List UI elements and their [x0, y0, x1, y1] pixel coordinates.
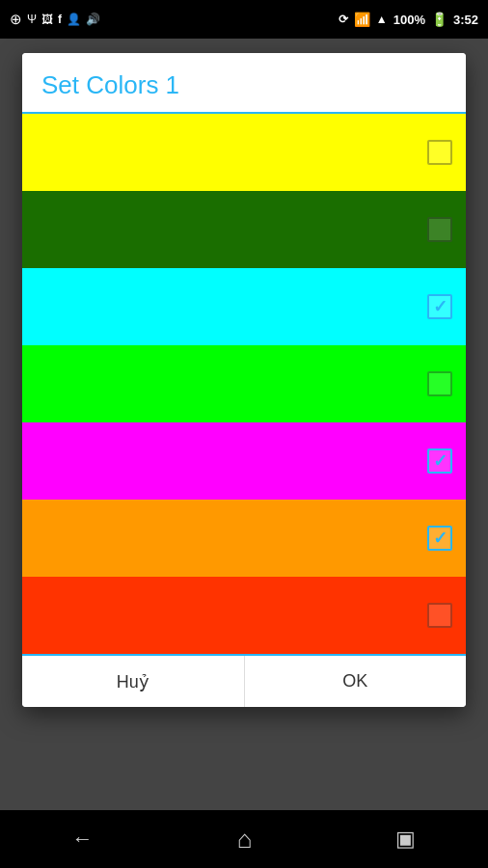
usb-icon: Ψ [27, 13, 37, 26]
home-button[interactable]: ⌂ [237, 825, 253, 854]
checkbox-cyan[interactable] [427, 294, 452, 319]
checkbox-yellow[interactable] [427, 140, 452, 165]
color-list [22, 114, 466, 654]
wifi-icon: 📶 [354, 12, 370, 27]
dialog-title: Set Colors 1 [41, 70, 179, 99]
cancel-button[interactable]: Huỷ [22, 656, 245, 707]
back-button[interactable]: ← [72, 827, 94, 852]
battery-percent: 100% [393, 13, 425, 27]
color-row-yellow[interactable] [22, 114, 466, 191]
checkbox-orange[interactable] [427, 526, 452, 551]
user-icon: 👤 [67, 13, 81, 26]
screen-background: Set Colors 1 Huỷ OK [0, 39, 488, 810]
checkbox-red-orange[interactable] [427, 603, 452, 628]
sound-icon: 🔊 [86, 13, 100, 26]
color-row-magenta[interactable] [22, 422, 466, 500]
status-icons-right: ⟳ 📶 ▲ 100% 🔋 3:52 [339, 12, 478, 27]
dialog-footer: Huỷ OK [22, 654, 466, 707]
checkbox-magenta[interactable] [427, 448, 452, 474]
ok-button[interactable]: OK [245, 656, 467, 707]
time: 3:52 [453, 13, 478, 27]
checkbox-green[interactable] [427, 371, 452, 396]
color-row-dark-green[interactable] [22, 191, 466, 268]
recents-button[interactable]: ▣ [395, 827, 416, 852]
set-colors-dialog: Set Colors 1 Huỷ OK [22, 53, 466, 707]
add-icon: ⊕ [10, 11, 22, 28]
facebook-icon: f [58, 13, 62, 26]
color-row-red-orange[interactable] [22, 577, 466, 654]
color-row-cyan[interactable] [22, 268, 466, 345]
checkbox-dark-green[interactable] [427, 217, 452, 242]
battery-icon: 🔋 [431, 12, 447, 27]
dialog-header: Set Colors 1 [22, 53, 466, 114]
color-row-green[interactable] [22, 345, 466, 422]
status-bar: ⊕ Ψ 🖼 f 👤 🔊 ⟳ 📶 ▲ 100% 🔋 3:52 [0, 0, 488, 39]
nav-bar: ← ⌂ ▣ [0, 810, 488, 868]
signal-icon: ▲ [376, 13, 388, 26]
status-icons-left: ⊕ Ψ 🖼 f 👤 🔊 [10, 11, 100, 28]
image-icon: 🖼 [41, 13, 53, 26]
rotation-icon: ⟳ [339, 13, 348, 26]
color-row-orange[interactable] [22, 500, 466, 577]
